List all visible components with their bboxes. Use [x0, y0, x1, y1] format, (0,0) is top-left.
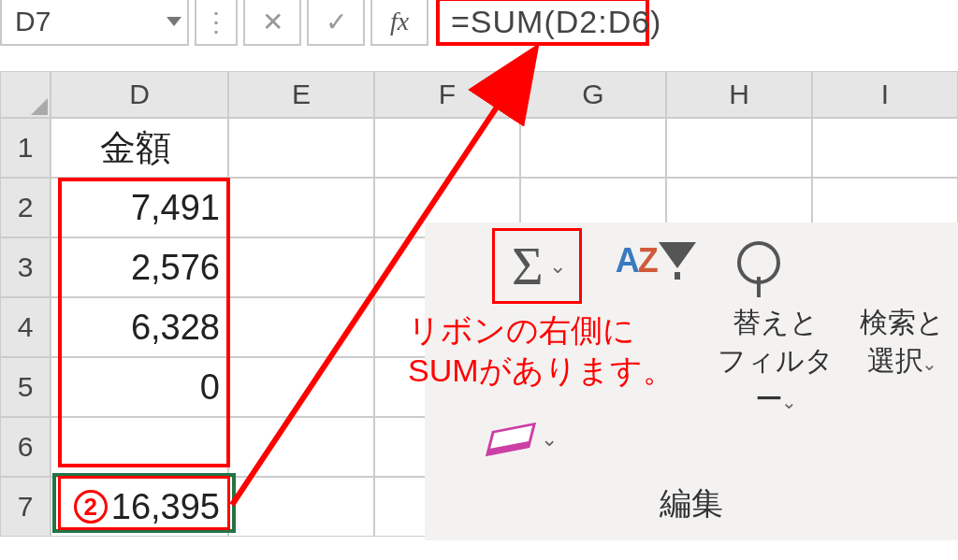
row-header-4[interactable]: 4 — [0, 297, 51, 357]
funnel-icon — [659, 242, 696, 280]
ribbon-section-label: 編集 — [425, 482, 958, 525]
enter-button[interactable]: ✓ — [307, 0, 365, 46]
cell-E1[interactable] — [228, 118, 374, 178]
cell-E6[interactable] — [228, 417, 374, 477]
cell-I1[interactable] — [812, 118, 958, 178]
cancel-button[interactable]: ✕ — [243, 0, 301, 46]
sort-label-2: フィルター — [718, 345, 834, 414]
chevron-down-icon: ⌄ — [541, 427, 558, 452]
cell-D2[interactable]: 7,491 — [51, 178, 228, 237]
col-header-G[interactable]: G — [520, 71, 666, 118]
sort-label-1: 替えと — [733, 307, 819, 337]
row-header-7[interactable]: 7 — [0, 477, 51, 537]
col-header-E[interactable]: E — [228, 71, 374, 118]
annotation-text: リボンの右側に SUMがあります。 — [408, 310, 675, 390]
formula-text: =SUM(D2:D6) — [451, 4, 661, 40]
cell-E3[interactable] — [228, 237, 374, 297]
step-badge-2: 2 — [74, 490, 108, 524]
row-header-5[interactable]: 5 — [0, 357, 51, 417]
cell-F1[interactable] — [374, 118, 520, 178]
fx-button[interactable]: fx — [370, 0, 428, 46]
autosum-button[interactable]: Σ ⌄ — [492, 228, 582, 304]
chevron-down-icon: ⌄ — [549, 254, 566, 279]
name-box-dropdown-icon[interactable] — [167, 17, 181, 26]
cell-D1[interactable]: 金額 — [51, 118, 228, 178]
name-box-value: D7 — [15, 6, 51, 37]
formula-bar-separator: ⋮ — [195, 0, 238, 46]
cell-E7[interactable] — [228, 477, 374, 537]
row-header-3[interactable]: 3 — [0, 237, 51, 297]
col-header-H[interactable]: H — [666, 71, 812, 118]
cell-G1[interactable] — [520, 118, 666, 178]
cell-D7-value: 16,395 — [111, 487, 220, 527]
row-header-1[interactable]: 1 — [0, 118, 51, 178]
cell-D7[interactable]: 2 16,395 — [51, 477, 228, 537]
magnifier-icon — [737, 241, 780, 284]
sort-az-icon: AZ — [616, 241, 657, 280]
select-all-corner[interactable] — [0, 71, 51, 118]
col-header-I[interactable]: I — [812, 71, 958, 118]
eraser-icon[interactable] — [486, 423, 536, 457]
cell-E2[interactable] — [228, 178, 374, 237]
sigma-icon: Σ — [512, 235, 544, 297]
formula-bar: D7 ⋮ ✕ ✓ fx =SUM(D2:D6) — [0, 0, 958, 46]
col-header-D[interactable]: D — [51, 71, 228, 118]
column-header-row: D E F G H I — [0, 71, 958, 118]
sort-filter-button[interactable]: AZ — [616, 228, 696, 294]
cell-D3[interactable]: 2,576 — [51, 237, 228, 297]
row-header-2[interactable]: 2 — [0, 178, 51, 237]
cell-E4[interactable] — [228, 297, 374, 357]
formula-input[interactable]: =SUM(D2:D6) — [436, 0, 649, 46]
cell-E5[interactable] — [228, 357, 374, 417]
find-label-1: 検索と — [860, 307, 945, 337]
col-header-F[interactable]: F — [374, 71, 520, 118]
cell-H1[interactable] — [666, 118, 812, 178]
row-header-6[interactable]: 6 — [0, 417, 51, 477]
cell-D6[interactable] — [51, 417, 228, 477]
find-select-button[interactable] — [737, 228, 780, 294]
name-box[interactable]: D7 — [0, 0, 189, 46]
fx-label: fx — [390, 7, 409, 36]
cell-D5[interactable]: 0 — [51, 357, 228, 417]
find-label-2: 選択 — [867, 345, 923, 376]
cell-D4[interactable]: 6,328 — [51, 297, 228, 357]
table-row: 1 金額 — [0, 118, 958, 178]
